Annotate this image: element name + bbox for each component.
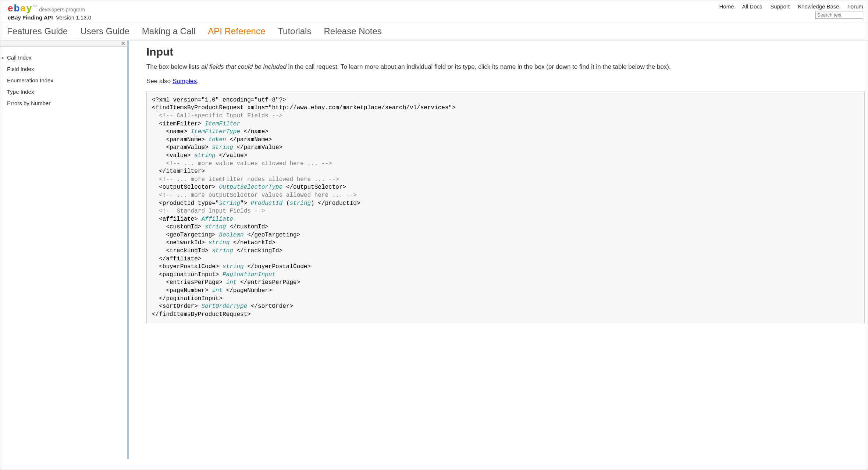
code-text: <paginationInput>	[152, 271, 223, 278]
code-text: </networkId>	[230, 239, 275, 246]
tab-users-guide[interactable]: Users Guide	[80, 26, 129, 36]
samples-link[interactable]: Samples	[172, 78, 197, 85]
tab-features-guide[interactable]: Features Guide	[7, 26, 68, 36]
top-link-forum[interactable]: Forum	[847, 3, 863, 10]
code-text: <findItemsByProductRequest xmlns="http:/…	[152, 104, 456, 111]
code-text: <name>	[152, 128, 191, 135]
code-type-link[interactable]: string	[223, 263, 244, 270]
logo-letter-e: e	[8, 3, 13, 13]
code-text: </name>	[240, 128, 268, 135]
logo-letter-a: a	[20, 3, 25, 13]
code-text: </itemFilter>	[152, 168, 205, 175]
intro-emphasis: all fields that could be included	[201, 63, 287, 70]
code-text: <pageNumber>	[152, 287, 212, 294]
sidebar-item-enumeration-index[interactable]: Enumeration Index	[2, 75, 126, 86]
code-type-link[interactable]: ItemFilterType	[191, 128, 240, 135]
body-split: × Call IndexField IndexEnumeration Index…	[0, 40, 868, 459]
nav-tabs: Features GuideUsers GuideMaking a CallAP…	[0, 22, 868, 40]
code-text: ) </productId>	[311, 200, 360, 207]
code-text: <productId type="	[152, 200, 219, 207]
code-comment: <!-- Call-specific Input Fields -->	[152, 113, 282, 119]
tab-making-a-call[interactable]: Making a Call	[142, 26, 195, 36]
code-type-link[interactable]: SortOrderType	[201, 303, 247, 310]
code-type-link[interactable]: ItemFilter	[205, 121, 240, 127]
code-text: </findItemsByProductRequest>	[152, 311, 251, 318]
code-type-link[interactable]: token	[209, 136, 226, 143]
seealso-prefix: See also	[146, 78, 172, 85]
code-type-link[interactable]: boolean	[219, 232, 243, 238]
sidebar-item-call-index[interactable]: Call Index	[2, 52, 126, 63]
main-content: Input The box below lists all fields tha…	[129, 40, 868, 459]
page-heading: Input	[146, 46, 868, 58]
code-comment: <!-- ... more outputSelector values allo…	[152, 192, 357, 199]
code-type-link[interactable]: string	[212, 248, 233, 254]
code-type-link[interactable]: string	[209, 239, 230, 246]
code-text: </entriesPerPage>	[236, 279, 300, 286]
logo-letter-y: y	[26, 3, 32, 13]
top-bar: ebay™ developers program eBay Finding AP…	[0, 0, 868, 22]
code-text: </value>	[216, 152, 247, 159]
top-link-all-docs[interactable]: All Docs	[742, 3, 762, 10]
code-text: </buyerPostalCode>	[244, 263, 311, 270]
sidebar: × Call IndexField IndexEnumeration Index…	[0, 40, 129, 459]
code-text: <geoTargeting>	[152, 232, 219, 238]
code-type-link[interactable]: string	[289, 200, 311, 207]
top-links: HomeAll DocsSupportKnowledge BaseForum	[719, 3, 863, 10]
code-type-link[interactable]: ProductId	[251, 200, 282, 207]
code-type-link[interactable]: string	[219, 200, 240, 207]
code-comment: <!-- Standard Input Fields -->	[152, 208, 265, 214]
code-type-link[interactable]: OutputSelectorType	[219, 184, 282, 191]
sidebar-header: ×	[0, 40, 127, 47]
code-text: </paginationInput>	[152, 295, 223, 302]
code-type-link[interactable]: int	[212, 287, 223, 294]
code-type-link[interactable]: string	[194, 152, 216, 159]
code-text: <customId>	[152, 224, 205, 230]
sidebar-item-field-index[interactable]: Field Index	[2, 63, 126, 75]
code-text: </paramValue>	[233, 144, 282, 151]
code-text: <paramName>	[152, 136, 209, 143]
api-version-line: eBay Finding API Version 1.13.0	[8, 14, 91, 21]
logo-trademark: ™	[32, 4, 37, 8]
intro-prefix: The box below lists	[146, 63, 201, 70]
code-type-link[interactable]: int	[226, 279, 237, 286]
top-link-knowledge-base[interactable]: Knowledge Base	[798, 3, 839, 10]
code-text: <itemFilter>	[152, 121, 205, 127]
code-type-link[interactable]: string	[205, 224, 226, 230]
code-comment: <!-- ... more itemFilter nodes allowed h…	[152, 176, 339, 183]
xml-code-block: <?xml version="1.0" encoding="utf-8"?> <…	[146, 92, 865, 324]
seealso-suffix: .	[197, 78, 199, 85]
tab-api-reference[interactable]: API Reference	[208, 26, 265, 36]
sidebar-item-errors-by-number[interactable]: Errors by Number	[2, 97, 126, 109]
logo-letter-b: b	[14, 3, 19, 13]
ebay-logo[interactable]: ebay™ developers program	[8, 3, 91, 13]
close-icon[interactable]: ×	[121, 40, 125, 47]
code-text: <sortOrder>	[152, 303, 201, 310]
code-text: <paramValue>	[152, 144, 212, 151]
code-type-link[interactable]: PaginationInput	[223, 271, 275, 278]
code-text: <affiliate>	[152, 216, 201, 222]
code-text: <entriesPerPage>	[152, 279, 226, 286]
tab-tutorials[interactable]: Tutorials	[278, 26, 311, 36]
code-text: <outputSelector>	[152, 184, 219, 191]
api-name: eBay Finding API	[8, 14, 53, 21]
tab-release-notes[interactable]: Release Notes	[324, 26, 381, 36]
code-text: <buyerPostalCode>	[152, 263, 223, 270]
code-text: <?xml version="1.0" encoding="utf-8"?>	[152, 97, 286, 103]
code-type-link[interactable]: string	[212, 144, 233, 151]
intro-paragraph: The box below lists all fields that coul…	[146, 63, 868, 71]
top-link-support[interactable]: Support	[771, 3, 790, 10]
top-right: HomeAll DocsSupportKnowledge BaseForum	[719, 3, 863, 19]
see-also: See also Samples.	[146, 78, 868, 85]
code-type-link[interactable]: Affiliate	[201, 216, 233, 222]
code-text: <trackingId>	[152, 248, 212, 254]
search-input[interactable]	[815, 11, 863, 19]
brand-block: ebay™ developers program eBay Finding AP…	[8, 3, 91, 21]
code-text: ">	[240, 200, 251, 207]
top-link-home[interactable]: Home	[719, 3, 734, 10]
code-text: </paramName>	[226, 136, 272, 143]
code-text: </affiliate>	[152, 256, 201, 262]
code-text: (	[282, 200, 289, 207]
code-text: </geoTargeting>	[244, 232, 300, 238]
sidebar-item-type-index[interactable]: Type Index	[2, 86, 126, 97]
intro-suffix: in the call request. To learn more about…	[287, 63, 671, 70]
